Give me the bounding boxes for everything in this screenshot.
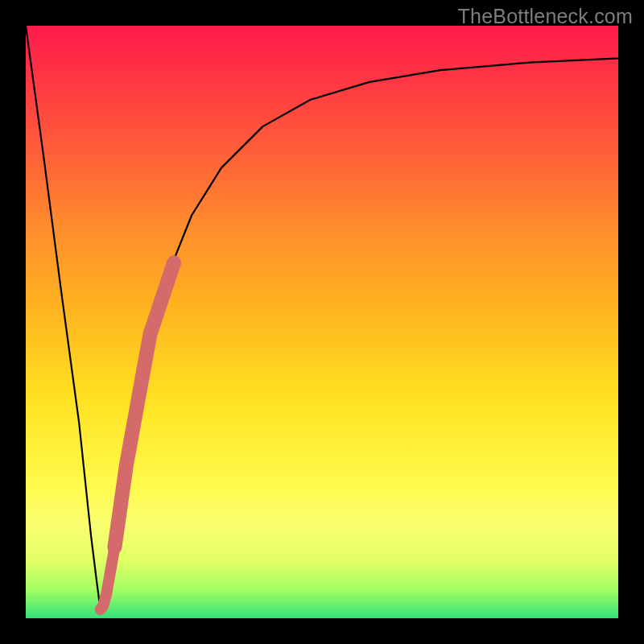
- highlight-upper-path: [114, 262, 174, 547]
- curve-layer: [26, 26, 618, 618]
- highlight-lower-path: [101, 547, 115, 609]
- chart-frame: TheBottleneck.com: [0, 0, 644, 644]
- plot-area: [26, 26, 618, 618]
- watermark-text: TheBottleneck.com: [458, 5, 633, 28]
